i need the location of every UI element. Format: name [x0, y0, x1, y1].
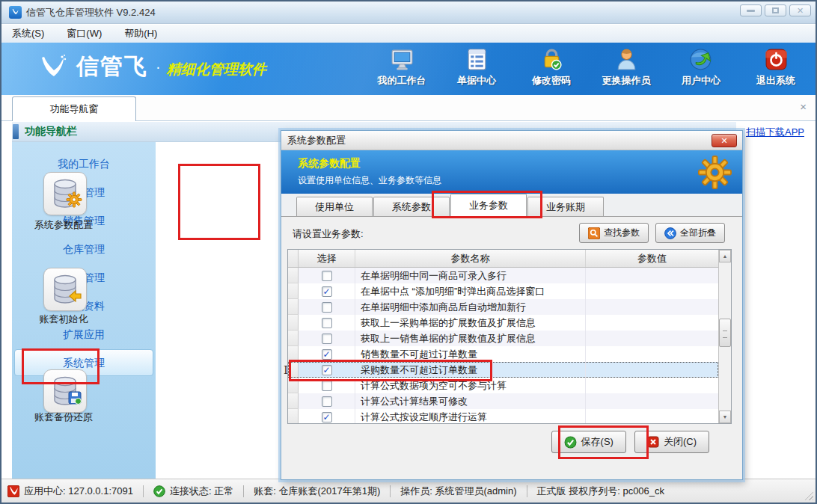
- param-row[interactable]: 计算公式计算结果可修改: [288, 393, 718, 409]
- collapse-all-button[interactable]: 全部折叠: [655, 223, 725, 243]
- row-header-cell: [288, 315, 299, 331]
- checkbox-cell: [299, 299, 355, 315]
- param-checkbox[interactable]: [322, 396, 332, 407]
- banner-toolbar: 我的工作台 单据中心 修改密码: [374, 47, 804, 87]
- toolbar-my-workbench[interactable]: 我的工作台: [374, 47, 429, 87]
- param-row[interactable]: 在单据明细中同一商品可录入多行: [288, 268, 718, 283]
- param-name: 在单据明细中同一商品可录入多行: [355, 268, 586, 283]
- toolbar-exit-system[interactable]: 退出系统: [748, 47, 804, 87]
- param-checkbox[interactable]: [322, 302, 332, 313]
- param-name: 计算公式按设定顺序进行运算: [355, 409, 586, 423]
- param-row[interactable]: ✓在单据中点 “添加明细”时弹出商品选择窗口: [288, 283, 718, 299]
- param-value[interactable]: [586, 393, 718, 409]
- toolbar-document-center[interactable]: 单据中心: [449, 47, 504, 87]
- module-account-init-button[interactable]: [43, 268, 87, 311]
- nav-header-title: 功能导航栏: [25, 125, 77, 138]
- param-name: 采购数量不可超过订单数量: [355, 362, 586, 378]
- brand-name: 信管飞: [76, 52, 148, 82]
- tab-system-params[interactable]: 系统参数: [373, 197, 450, 216]
- minimize-icon: [747, 10, 755, 12]
- maximize-button[interactable]: [765, 4, 786, 16]
- param-name: 计算公式数据项为空可不参与计算: [355, 378, 586, 393]
- dialog-header-title: 系统参数配置: [281, 150, 742, 170]
- window-title: 信管飞仓库管理软件 V9.2.424: [26, 6, 156, 19]
- tab-business-params[interactable]: 业务参数: [450, 194, 527, 217]
- status-app-center: 应用中心: 127.0.0.1:7091: [7, 485, 133, 498]
- status-operator: 操作员: 系统管理员(admin): [400, 485, 516, 498]
- param-value[interactable]: [586, 268, 718, 283]
- scrollbar-thumb[interactable]: [719, 319, 731, 347]
- param-row[interactable]: 获取上一采购单据的扩展数值及扩展信息: [288, 315, 718, 331]
- param-value[interactable]: [586, 331, 718, 346]
- tab-close-icon[interactable]: ×: [800, 101, 807, 112]
- scan-download-app-link[interactable]: 扫描下载APP: [746, 126, 804, 139]
- brand-logo-icon: [37, 53, 69, 82]
- column-select: 选择: [299, 250, 355, 267]
- table-scrollbar[interactable]: ▲ ▼: [718, 250, 731, 423]
- menu-window[interactable]: 窗口(W): [67, 27, 102, 40]
- find-params-button[interactable]: 查找参数: [579, 223, 649, 243]
- text-cursor-ibeam: I: [284, 363, 288, 377]
- param-row[interactable]: ✓销售数量不可超过订单数量: [288, 346, 718, 362]
- column-param-value: 参数值: [586, 250, 718, 267]
- param-row[interactable]: 在单据明细中添加商品后自动增加新行: [288, 299, 718, 315]
- menu-help[interactable]: 帮助(H): [124, 27, 157, 40]
- checkbox-cell: [299, 393, 355, 409]
- toolbar-switch-operator[interactable]: 更换操作员: [599, 47, 654, 87]
- param-checkbox[interactable]: ✓: [322, 412, 332, 422]
- toolbar-user-center[interactable]: 用户中心: [673, 47, 729, 87]
- param-checkbox[interactable]: ✓: [322, 365, 332, 375]
- status-separator: [143, 485, 144, 497]
- tab-usage-unit[interactable]: 使用单位: [296, 197, 373, 216]
- param-checkbox[interactable]: ✓: [322, 349, 332, 360]
- param-value[interactable]: [586, 299, 718, 315]
- param-checkbox[interactable]: [322, 334, 332, 344]
- param-value[interactable]: [586, 283, 718, 299]
- settings-gear-icon: [698, 156, 732, 192]
- scroll-down-icon[interactable]: ▼: [719, 411, 731, 423]
- param-value[interactable]: [586, 362, 718, 378]
- tab-function-navigator[interactable]: 功能导航窗: [12, 96, 136, 121]
- param-value[interactable]: [586, 378, 718, 393]
- backup-disk-badge-icon: [67, 390, 82, 408]
- switch-operator-user-icon: [614, 47, 639, 72]
- save-button[interactable]: 保存(S): [551, 431, 626, 453]
- scroll-up-icon[interactable]: ▲: [719, 250, 731, 262]
- param-name: 计算公式计算结果可修改: [355, 393, 586, 409]
- connection-ok-icon: [153, 485, 165, 497]
- maximize-icon: [772, 7, 779, 13]
- param-row[interactable]: ✓计算公式按设定顺序进行运算: [288, 409, 718, 423]
- param-value[interactable]: [586, 409, 718, 423]
- param-checkbox[interactable]: [322, 318, 332, 328]
- checkbox-cell: ✓: [299, 346, 355, 362]
- menu-system[interactable]: 系统(S): [12, 27, 44, 40]
- row-header-cell: [288, 409, 299, 423]
- param-value[interactable]: [586, 315, 718, 331]
- row-header-cell: [288, 362, 299, 378]
- param-name: 获取上一采购单据的扩展数值及扩展信息: [355, 315, 586, 331]
- param-checkbox[interactable]: [322, 381, 332, 391]
- param-checkbox[interactable]: [322, 271, 332, 281]
- param-value[interactable]: [586, 346, 718, 362]
- checkbox-cell: ✓: [299, 362, 355, 378]
- resize-grip[interactable]: [804, 491, 813, 500]
- toolbar-change-password[interactable]: 修改密码: [524, 47, 579, 87]
- close-button[interactable]: ✕: [789, 4, 811, 16]
- param-row[interactable]: 获取上一销售单据的扩展数值及扩展信息: [288, 331, 718, 346]
- module-backup-restore-button[interactable]: [43, 369, 87, 413]
- nav-header-accent: [13, 124, 19, 139]
- tab-business-period[interactable]: 业务账期: [527, 197, 604, 216]
- dialog-close-button[interactable]: ✕: [712, 134, 737, 147]
- row-header-cell: [288, 268, 299, 283]
- row-header-cell: [288, 299, 299, 315]
- param-checkbox[interactable]: ✓: [322, 286, 332, 297]
- status-separator: [527, 485, 527, 497]
- sidebar-item-仓库管理[interactable]: 仓库管理: [12, 235, 156, 263]
- close-dialog-button[interactable]: 关闭(C): [634, 431, 709, 453]
- close-x-icon: [647, 436, 659, 448]
- checkbox-cell: ✓: [299, 409, 355, 423]
- minimize-button[interactable]: [740, 4, 762, 16]
- param-row[interactable]: ✓采购数量不可超过订单数量: [288, 362, 718, 378]
- param-row[interactable]: 计算公式数据项为空可不参与计算: [288, 378, 718, 393]
- module-system-params-button[interactable]: [43, 172, 87, 215]
